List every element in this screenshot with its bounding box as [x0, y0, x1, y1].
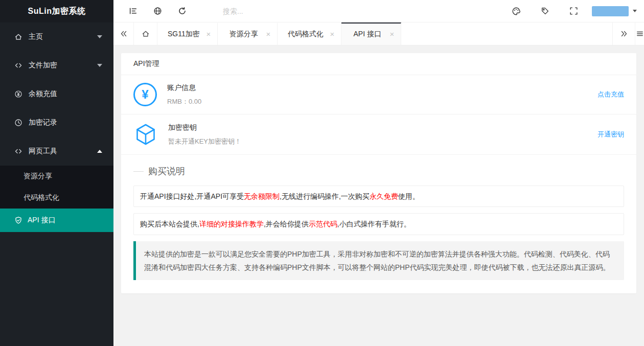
user-menu-button[interactable]	[592, 6, 637, 16]
sidebar-subitem-resource-share[interactable]: 资源分享	[0, 166, 113, 187]
secret-key-row: 加密密钥 暂未开通KEY加密密钥！ 开通密钥	[121, 114, 636, 155]
account-balance: RMB：0.00	[167, 97, 201, 106]
topbar	[113, 0, 644, 22]
notice-box: 本站提供的加密是一款可以满足您安全需要的PHP加密工具，采用非对称加密和不可逆的…	[133, 241, 624, 280]
chevron-down-icon	[97, 64, 102, 67]
secret-key-status: 暂未开通KEY加密密钥！	[168, 137, 241, 146]
code-icon	[14, 147, 22, 155]
close-tab-icon[interactable]: ×	[204, 30, 213, 38]
scroll-tabs-left-button[interactable]	[113, 22, 134, 45]
menu-icon	[636, 30, 643, 37]
content-area[interactable]: API管理 ¥ 账户信息 RMB：0.00 点击充值	[113, 45, 644, 346]
sidebar-subitem-label: API 接口	[28, 216, 55, 225]
tab-home[interactable]	[134, 22, 157, 45]
tab-label: API 接口	[354, 30, 381, 39]
sidebar-subitem-label: 资源分享	[24, 172, 52, 181]
close-tab-icon[interactable]: ×	[328, 30, 336, 38]
yen-glyph: ¥	[142, 87, 148, 102]
sidebar-item-label: 加密记录	[29, 118, 57, 127]
legend-line	[133, 171, 144, 172]
home-icon	[142, 30, 150, 38]
tabbar-spacer	[401, 22, 612, 45]
cube-icon	[133, 122, 158, 147]
globe-button[interactable]	[145, 0, 170, 22]
sidebar-item-home[interactable]: 主页	[0, 22, 113, 51]
purchase-heading: 购买说明	[133, 165, 624, 177]
chevron-up-icon	[97, 150, 102, 153]
sidebar-subitem-code-format[interactable]: 代码格式化	[0, 187, 113, 209]
chevron-down-icon	[97, 35, 102, 38]
tab-sg11[interactable]: SG11加密 ×	[157, 22, 218, 45]
tabbar: SG11加密 × 资源分享 × 代码格式化 × API 接口 ×	[113, 22, 644, 45]
sidebar: SuLin加密系统 主页 文件加密 余额充值	[0, 0, 113, 346]
purchase-paragraph-1: 开通API接口好处,开通API可享受无余额限制,无线进行编码操作,一次购买永久免…	[133, 186, 624, 207]
palette-icon	[512, 7, 521, 16]
purchase-section: 购买说明 开通API接口好处,开通API可享受无余额限制,无线进行编码操作,一次…	[121, 155, 636, 293]
collapse-sidebar-button[interactable]	[121, 0, 145, 22]
home-icon	[14, 33, 22, 41]
chevron-down-icon	[633, 10, 637, 12]
tab-resource-share[interactable]: 资源分享 ×	[218, 22, 278, 45]
sidebar-subitem-label: 代码格式化	[24, 193, 59, 202]
code-icon	[14, 61, 22, 70]
sidebar-item-web-tools[interactable]: 网页工具	[0, 137, 113, 166]
purchase-paragraph-2: 购买后本站会提供,详细的对接操作教学,并会给你提供示范代码,小白式操作有手就行。	[133, 213, 624, 235]
sidebar-item-label: 网页工具	[29, 147, 57, 156]
refresh-button[interactable]	[170, 0, 194, 22]
tab-label: SG11加密	[168, 30, 200, 39]
double-chevron-left-icon	[120, 30, 128, 38]
account-info-texts: 账户信息 RMB：0.00	[167, 83, 201, 106]
app-window: SuLin加密系统 主页 文件加密 余额充值	[0, 0, 644, 346]
sidebar-submenu-web-tools: 资源分享 代码格式化 API 接口	[0, 166, 113, 232]
sidebar-subitem-api[interactable]: API 接口	[0, 209, 113, 232]
page-title: API管理	[121, 53, 636, 75]
open-key-link[interactable]: 开通密钥	[597, 130, 624, 139]
tab-api[interactable]: API 接口 ×	[341, 22, 401, 45]
notice-text: 本站提供的加密是一款可以满足您安全需要的PHP加密工具，采用非对称加密和不可逆的…	[144, 250, 610, 271]
search-input[interactable]	[223, 7, 340, 15]
secret-key-texts: 加密密钥 暂未开通KEY加密密钥！	[168, 123, 241, 146]
theme-button[interactable]	[502, 0, 531, 22]
main-column: SG11加密 × 资源分享 × 代码格式化 × API 接口 ×	[113, 0, 644, 346]
sidebar-item-recharge[interactable]: 余额充值	[0, 80, 113, 108]
purchase-heading-text: 购买说明	[148, 165, 185, 177]
fullscreen-button[interactable]	[559, 0, 588, 22]
api-management-card: API管理 ¥ 账户信息 RMB：0.00 点击充值	[121, 53, 636, 293]
refresh-icon	[178, 7, 187, 15]
shield-check-icon	[14, 216, 22, 224]
sidebar-item-label: 余额充值	[29, 89, 57, 99]
globe-icon	[153, 7, 162, 15]
tab-code-format[interactable]: 代码格式化 ×	[278, 22, 341, 45]
double-chevron-right-icon	[620, 30, 628, 38]
tab-menu-button[interactable]	[635, 22, 644, 45]
close-tab-icon[interactable]: ×	[264, 30, 272, 38]
tag-icon	[541, 7, 549, 15]
fullscreen-icon	[569, 7, 578, 15]
username-redacted	[592, 6, 629, 16]
tab-label: 代码格式化	[288, 30, 324, 39]
sidebar-item-label: 主页	[29, 32, 43, 41]
sidebar-item-label: 文件加密	[29, 61, 57, 70]
app-title: SuLin加密系统	[0, 0, 113, 22]
yen-circle-icon: ¥	[133, 83, 157, 106]
topbar-right	[495, 0, 644, 22]
scroll-tabs-right-button[interactable]	[612, 22, 635, 45]
tab-label: 资源分享	[229, 30, 258, 39]
clock-icon	[14, 119, 22, 127]
recharge-link[interactable]: 点击充值	[597, 90, 624, 99]
sidebar-menu: 主页 文件加密 余额充值 加密记录	[0, 22, 113, 346]
sidebar-item-file-encrypt[interactable]: 文件加密	[0, 51, 113, 80]
yen-circle-icon	[14, 90, 22, 98]
tag-button[interactable]	[531, 0, 559, 22]
close-tab-icon[interactable]: ×	[388, 30, 396, 38]
account-info-title: 账户信息	[167, 83, 201, 93]
collapse-sidebar-icon	[129, 7, 137, 15]
secret-key-title: 加密密钥	[168, 123, 241, 132]
account-info-row: ¥ 账户信息 RMB：0.00 点击充值	[121, 75, 636, 114]
sidebar-item-records[interactable]: 加密记录	[0, 108, 113, 137]
